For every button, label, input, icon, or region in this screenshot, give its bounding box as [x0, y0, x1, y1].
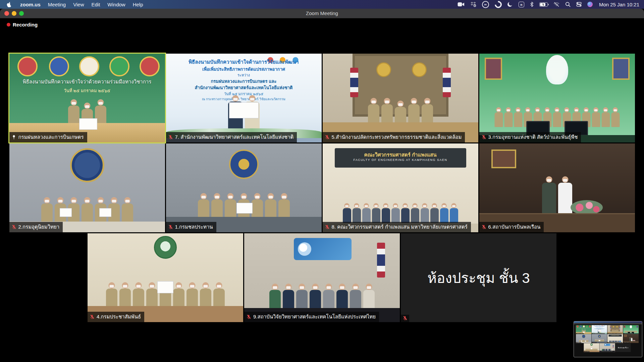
participant-display-name: ห้องประชุม ชั้น 3 — [401, 233, 556, 322]
video-feed: พิธีลงนามบันทึกความเข้าใจว่าด้วยความร่วม… — [9, 54, 165, 142]
video-tile-civil-aviation[interactable]: 6.สถาบันการบินพลเรือน — [479, 143, 635, 232]
bluetooth-icon[interactable] — [530, 2, 534, 7]
participant-name: 5.สำนักงานปลัดกระทรวงทรัพยากรธรรมชาติและ… — [332, 133, 462, 141]
participant-name-tag: 4.กรมประชาสัมพันธ์ — [88, 312, 144, 322]
mini-gallery-preview: พิธีลงนามบันทึกความเข้าใจว่าด้วยความร่วม… — [575, 325, 641, 356]
thai-flag — [377, 243, 385, 278]
video-tile-mnre[interactable]: 5.สำนักงานปลัดกระทรวงทรัพยากรธรรมชาติและ… — [323, 54, 478, 142]
video-feed — [9, 143, 165, 232]
desktop: { "menu_bar": { "app_menus": ["zoom.us",… — [0, 0, 644, 362]
recording-indicator: Recording — [7, 22, 38, 27]
siri-icon[interactable] — [587, 2, 593, 7]
participant-name: 6.สถาบันการบินพลเรือน — [488, 223, 541, 231]
video-tile-irrigation[interactable]: 1.กรมชลประทาน — [166, 143, 322, 232]
menu-zoom-us[interactable]: zoom.us — [16, 2, 44, 7]
video-feed — [323, 54, 478, 142]
participant-name-tag: 2.กรมอุตุนิยมวิทยา — [9, 222, 63, 232]
dropbox-sync-off-icon[interactable] — [470, 2, 476, 7]
zoom-window-titlebar[interactable]: Zoom Meeting — [0, 9, 644, 18]
video-feed — [88, 233, 243, 322]
gallery-row-1: พิธีลงนามบันทึกความเข้าใจว่าด้วยความร่วม… — [0, 54, 644, 142]
mic-muted-icon — [168, 225, 173, 230]
participant-name-tag: 5.สำนักงานปลัดกระทรวงทรัพยากรธรรมชาติและ… — [323, 132, 465, 142]
spotlight-search-icon[interactable] — [565, 2, 571, 7]
thai-flag — [443, 68, 451, 97]
mic-muted-icon — [246, 314, 251, 319]
video-feed: พิธีลงนามบันทึกความเข้าใจด้านการวิจัยและ… — [166, 54, 322, 142]
recording-dot-icon — [7, 23, 10, 26]
minimize-button[interactable] — [12, 11, 16, 16]
scene-poster: พิธีลงนามบันทึกความเข้าใจด้านการวิจัยและ… — [174, 58, 314, 102]
participant-name: 1.กรมชลประทาน — [175, 223, 213, 231]
video-gallery: พิธีลงนามบันทึกความเข้าใจว่าด้วยความร่วม… — [0, 54, 644, 323]
menu-window[interactable]: Window — [104, 2, 129, 7]
video-feed-off: ห้องประชุม ชั้น 3 — [401, 233, 556, 322]
close-button[interactable] — [4, 11, 9, 16]
menu-view[interactable]: View — [69, 2, 88, 7]
video-tile-national-parks[interactable]: 3.กรมอุทยานแห่งชาติ สัตว์ป่าและพันธุ์พืช — [479, 54, 635, 142]
mic-muted-icon — [168, 135, 173, 140]
participant-name: 9.สถาบันวิจัยวิทยาศาสตร์และเทคโนโลยีแห่ง… — [253, 313, 376, 321]
menu-clock[interactable]: Mon 25 Jan 10:21 — [599, 2, 639, 7]
mic-muted-icon — [325, 135, 330, 140]
do-not-disturb-moon-icon[interactable] — [507, 2, 513, 7]
thai-flag — [350, 68, 358, 97]
battery-charging-icon[interactable] — [539, 2, 548, 7]
video-feed: คณะวิศวกรรมศาสตร์ กำแพงแสน FACULTY OF EN… — [323, 143, 478, 232]
participant-name: 7. สำนักงานพัฒนาวิทยาศาสตร์และเทคโนโลยีแ… — [175, 133, 294, 141]
video-feed — [244, 233, 400, 322]
mic-muted-icon — [325, 225, 330, 230]
fullscreen-button[interactable] — [19, 11, 24, 16]
participant-name-tag: 8. คณะวิศวกรรมศาสตร์ กำแพงแสน มหาวิทยาลั… — [323, 222, 471, 232]
video-tile-nstda[interactable]: พิธีลงนามบันทึกความเข้าใจด้านการวิจัยและ… — [166, 54, 322, 142]
screen-share-self-preview[interactable]: พิธีลงนามบันทึกความเข้าใจว่าด้วยความร่วม… — [574, 321, 642, 357]
camera-icon[interactable] — [458, 2, 465, 7]
menu-status-area: ∞ Mon 25 Jan 10:21 — [458, 1, 644, 8]
participant-name: กรมฝนหลวงและการบินเกษตร — [18, 133, 84, 141]
recording-label: Recording — [13, 22, 38, 27]
control-center-icon[interactable] — [576, 2, 582, 7]
window-title: Zoom Meeting — [0, 9, 644, 18]
participant-name-tag: 3.กรมอุทยานแห่งชาติ สัตว์ป่าและพันธุ์พืช — [479, 132, 581, 142]
video-tile-meeting-room-3[interactable]: ห้องประชุม ชั้น 3 — [401, 233, 556, 322]
participant-name-tag: 9.สถาบันวิจัยวิทยาศาสตร์และเทคโนโลยีแห่ง… — [244, 312, 379, 322]
loom-icon[interactable] — [493, 0, 503, 9]
scene-banner-text: พิธีลงนามบันทึกความเข้าใจว่าด้วยความร่วม… — [9, 78, 165, 86]
video-tile-meteorological[interactable]: 2.กรมอุตุนิยมวิทยา — [9, 143, 165, 232]
apple-menu-icon[interactable] — [7, 2, 12, 7]
mic-muted-icon — [481, 225, 486, 230]
video-feed — [479, 143, 635, 232]
scene-banner-date: วันที่ ๒๕ มกราคม ๒๕๖๕ — [9, 87, 165, 94]
mic-muted-icon — [402, 316, 408, 321]
pinned-icon — [11, 135, 16, 140]
mic-muted-icon — [90, 314, 95, 319]
menu-help[interactable]: Help — [129, 2, 147, 7]
creative-cloud-icon[interactable]: ∞ — [482, 1, 489, 8]
menu-meeting[interactable]: Meeting — [44, 2, 69, 7]
mini-title-bar — [574, 323, 642, 325]
participant-name-tag: กรมฝนหลวงและการบินเกษตร — [9, 132, 87, 142]
participant-name-tag: 7. สำนักงานพัฒนาวิทยาศาสตร์และเทคโนโลยีแ… — [166, 132, 297, 142]
mic-muted-icon — [481, 135, 486, 140]
participant-name-tag — [401, 315, 409, 322]
wifi-off-icon[interactable] — [553, 2, 559, 7]
macos-menu-bar: zoom.us Meeting View Edit Window Help ∞ — [0, 0, 644, 9]
video-tile-tistr[interactable]: 9.สถาบันวิจัยวิทยาศาสตร์และเทคโนโลยีแห่ง… — [244, 233, 400, 322]
mic-muted-icon — [11, 225, 16, 230]
participant-name: 4.กรมประชาสัมพันธ์ — [97, 313, 141, 321]
participant-name: 3.กรมอุทยานแห่งชาติ สัตว์ป่าและพันธุ์พืช — [488, 133, 578, 141]
video-gallery: พิธีลงนามบันทึกความเข้าใจว่าด้วยความร่วม… — [575, 325, 640, 352]
gallery-row-3: 4.กรมประชาสัมพันธ์ 9.สถาบันวิจัยวิทยาศาส… — [0, 233, 644, 322]
video-feed — [479, 54, 635, 142]
participant-name-tag: 1.กรมชลประทาน — [166, 222, 216, 232]
video-tile-engineering-faculty[interactable]: คณะวิศวกรรมศาสตร์ กำแพงแสน FACULTY OF EN… — [323, 143, 478, 232]
gallery-row-2: 2.กรมอุตุนิยมวิทยา 1.กรมชลประทาน คณะวิศว… — [0, 143, 644, 232]
participant-name: 2.กรมอุตุนิยมวิทยา — [18, 223, 60, 231]
participant-name: 8. คณะวิศวกรรมศาสตร์ กำแพงแสน มหาวิทยาลั… — [332, 223, 468, 231]
menu-edit[interactable]: Edit — [88, 2, 104, 7]
video-tile-royal-rainmaking[interactable]: พิธีลงนามบันทึกความเข้าใจว่าด้วยความร่วม… — [9, 54, 165, 142]
video-tile-public-relations[interactable]: 4.กรมประชาสัมพันธ์ — [88, 233, 243, 322]
video-feed — [166, 143, 322, 232]
participant-name-tag: 6.สถาบันการบินพลเรือน — [479, 222, 544, 232]
notion-icon[interactable] — [519, 2, 524, 7]
